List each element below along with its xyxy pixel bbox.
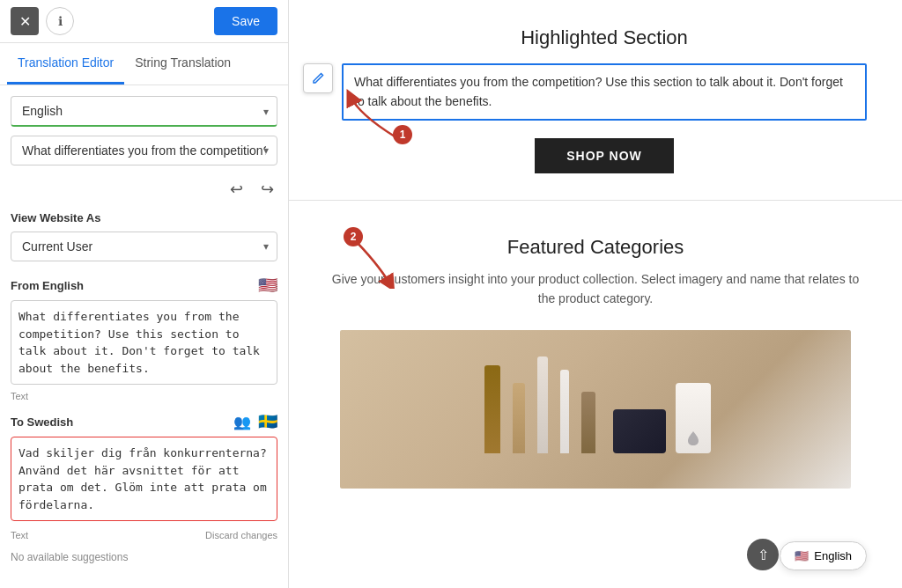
- from-label: From English: [11, 279, 84, 292]
- language-select-wrapper: English Swedish French German ▾: [11, 96, 277, 127]
- to-header-right: 👥 🇸🇪: [233, 412, 277, 431]
- info-button[interactable]: ℹ: [46, 7, 74, 35]
- no-suggestions: No available suggestions: [11, 551, 277, 563]
- featured-section: 2 Featured Categories Give your customer…: [289, 201, 902, 515]
- language-selector[interactable]: 🇺🇸 English: [780, 541, 867, 570]
- to-flag: 🇸🇪: [258, 412, 277, 431]
- save-button[interactable]: Save: [214, 7, 277, 35]
- undo-button[interactable]: ↩: [226, 178, 247, 201]
- current-user-select-wrapper: Current User Guest ▾: [11, 232, 277, 261]
- badge-1: 1: [393, 125, 412, 144]
- featured-section-title: Featured Categories: [324, 236, 867, 259]
- tabs: Translation Editor String Translation: [0, 43, 288, 85]
- featured-image: [340, 330, 851, 489]
- top-bar: ✕ ℹ Save: [0, 0, 288, 43]
- tab-translation-editor[interactable]: Translation Editor: [7, 43, 124, 85]
- string-select-wrapper: What differentiates you from the competi…: [11, 136, 277, 165]
- string-select[interactable]: What differentiates you from the competi…: [11, 136, 277, 165]
- current-user-select[interactable]: Current User Guest: [11, 232, 277, 261]
- white-bottle: [676, 383, 711, 453]
- from-section: From English 🇺🇸 Text: [11, 276, 277, 401]
- language-label: English: [814, 549, 852, 562]
- left-panel: ✕ ℹ Save Translation Editor String Trans…: [0, 0, 289, 588]
- panel-content: English Swedish French German ▾ What dif…: [0, 85, 288, 588]
- tab-string-translation[interactable]: String Translation: [124, 43, 241, 85]
- to-header: To Swedish 👥 🇸🇪: [11, 412, 277, 431]
- from-text-area[interactable]: [11, 300, 277, 385]
- to-text-area[interactable]: [11, 437, 277, 521]
- view-website-as-section: View Website As Current User Guest ▾: [11, 211, 277, 261]
- to-section: To Swedish 👥 🇸🇪 Text Discard changes: [11, 412, 277, 540]
- scroll-top-button[interactable]: ⇧: [747, 539, 779, 570]
- close-button[interactable]: ✕: [11, 7, 39, 35]
- undo-redo-bar: ↩ ↪: [11, 174, 277, 211]
- right-panel: 1 Highlighted Section What differentiate…: [289, 0, 902, 588]
- to-field-type: Text: [11, 530, 28, 540]
- shop-now-button[interactable]: SHOP NOW: [535, 138, 674, 173]
- redo-button[interactable]: ↪: [257, 178, 277, 201]
- to-label: To Swedish: [11, 415, 73, 429]
- language-select[interactable]: English Swedish French German: [11, 96, 277, 127]
- featured-section-description: Give your customers insight into your pr…: [324, 269, 867, 309]
- discard-changes-button[interactable]: Discard changes: [205, 530, 277, 540]
- language-flag: 🇺🇸: [795, 549, 809, 562]
- edit-pencil-button[interactable]: [303, 63, 333, 93]
- from-header: From English 🇺🇸: [11, 276, 277, 295]
- highlighted-section-title: Highlighted Section: [342, 26, 867, 49]
- from-field-type: Text: [11, 391, 277, 401]
- add-user-icon: 👥: [233, 414, 251, 430]
- highlight-text: What differentiates you from the competi…: [342, 63, 867, 121]
- dark-box: [613, 409, 666, 453]
- highlighted-section: 1 Highlighted Section What differentiate…: [289, 0, 902, 201]
- from-flag: 🇺🇸: [258, 276, 277, 295]
- view-website-as-label: View Website As: [11, 211, 277, 224]
